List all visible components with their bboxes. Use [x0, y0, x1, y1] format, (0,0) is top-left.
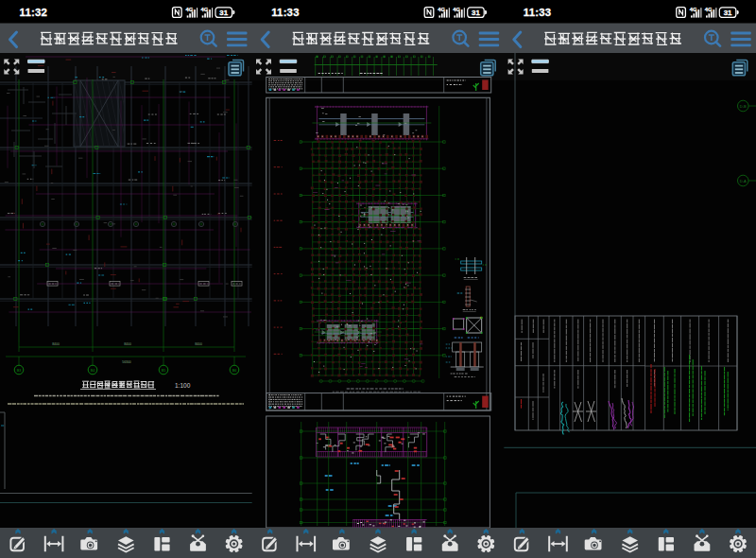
svg-text:B3: B3 — [17, 369, 22, 373]
svg-text:4G: 4G — [438, 7, 445, 12]
svg-text:D-A: D-A — [740, 179, 747, 183]
svg-text:8400: 8400 — [195, 342, 202, 346]
svg-text:4G: 4G — [690, 7, 697, 12]
svg-text:D-B: D-B — [740, 104, 747, 109]
svg-text:B6: B6 — [232, 369, 237, 373]
svg-text:8400: 8400 — [124, 342, 131, 346]
svg-text:4G: 4G — [453, 7, 460, 12]
svg-text:1:100: 1:100 — [175, 382, 191, 389]
svg-text:31: 31 — [724, 9, 732, 17]
svg-text:B5: B5 — [162, 369, 166, 373]
svg-text:4G: 4G — [705, 7, 713, 12]
svg-text:4G: 4G — [186, 7, 194, 12]
svg-text:31: 31 — [472, 9, 480, 17]
svg-text:11:32: 11:32 — [20, 7, 48, 18]
svg-text:8400: 8400 — [52, 342, 60, 346]
svg-text:56300: 56300 — [122, 360, 131, 364]
svg-text:4G: 4G — [201, 7, 209, 12]
svg-text:31: 31 — [219, 9, 228, 17]
svg-text:11:33: 11:33 — [524, 7, 552, 18]
svg-text:11:33: 11:33 — [271, 7, 300, 18]
svg-text:B4: B4 — [91, 369, 95, 373]
